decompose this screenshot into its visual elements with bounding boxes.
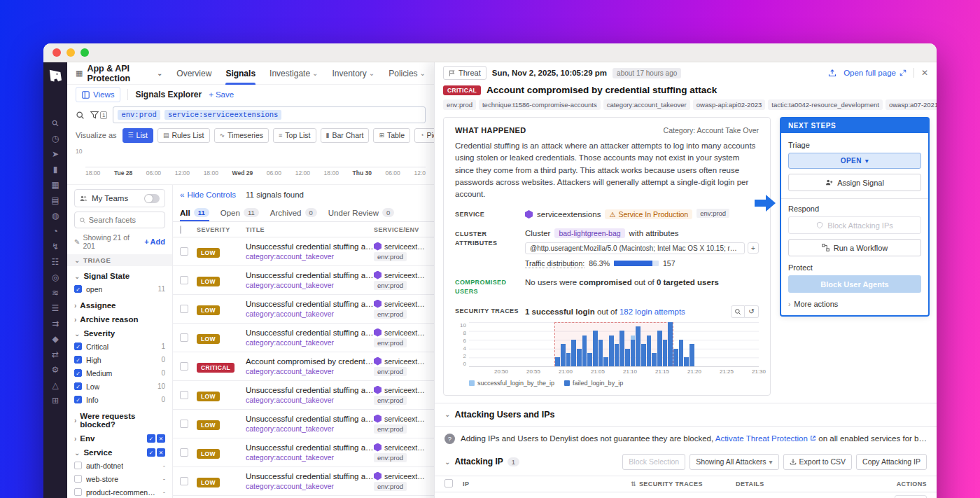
env-tag[interactable]: env:prod [374, 482, 407, 491]
infrastructure-icon[interactable]: ≋ [43, 285, 67, 300]
signal-row[interactable]: LOW Unsuccessful credential stuffing att… [173, 266, 434, 295]
security-icon[interactable]: ◆ [43, 331, 67, 347]
env-tag[interactable]: env:prod [374, 396, 407, 405]
signal-tag[interactable]: owasp-api:api02-2023 [693, 99, 765, 110]
env-tag[interactable]: env:prod [374, 338, 407, 347]
login-attempts-link[interactable]: 182 login attempts [620, 307, 685, 316]
service-name[interactable]: serviceextensions [537, 210, 601, 219]
signals-timeline-chart[interactable]: 10 18:00Tue 2806:0012:0018:00Wed 2906:00… [67, 145, 434, 184]
share-icon[interactable] [828, 69, 836, 77]
select-all-checkbox[interactable] [180, 226, 181, 234]
visualize-option[interactable]: ≡ Top List [273, 128, 316, 143]
facet-value[interactable]: product-recommendation - [74, 485, 165, 498]
block-ip-button[interactable]: Block [895, 495, 927, 498]
facet-checkbox[interactable] [74, 356, 82, 364]
save-view-button[interactable]: + Save [209, 90, 234, 99]
signal-category-tag[interactable]: category:account_takeover [246, 396, 374, 404]
expand-attributes-button[interactable]: + [748, 242, 759, 254]
nav-item[interactable]: Overview ⌄ [176, 62, 211, 85]
facet-checkbox[interactable] [74, 382, 82, 390]
facet-value[interactable]: Info 0 [74, 393, 165, 406]
export-csv-button[interactable]: Export to CSV [783, 454, 853, 470]
signal-category-tag[interactable]: category:account_takeover [246, 252, 374, 261]
settings-icon[interactable]: ⚙ [43, 362, 67, 378]
nav-item[interactable]: Investigate ⌄ [270, 62, 318, 85]
signal-row[interactable]: LOW Unsuccessful credential stuffing att… [173, 295, 434, 324]
row-checkbox[interactable] [180, 305, 188, 313]
signal-row[interactable]: LOW Unsuccessful credential stuffing att… [173, 381, 434, 410]
query-token[interactable]: env:prod [118, 110, 160, 120]
assign-signal-button[interactable]: Assign Signal [788, 174, 921, 191]
security-traces-chart[interactable]: 1086420 20:5020:5521:0021:0521:1021:1521… [455, 322, 759, 387]
signal-category-tag[interactable]: category:account_takeover [246, 367, 374, 375]
signal-category-tag[interactable]: category:account_takeover [246, 453, 374, 462]
facet-signal-state[interactable]: ⌄ Signal State [74, 272, 165, 280]
row-checkbox[interactable] [180, 477, 188, 485]
visualize-option[interactable]: ⊞ Table [373, 128, 410, 143]
attacking-ip-row[interactable]: 165.227.8.8 ⊘ 182 No blocking data. Bloc… [435, 492, 937, 498]
facet-env[interactable]: › Env ✓ ✕ [74, 434, 165, 443]
signal-tag[interactable]: env:prod [443, 99, 476, 110]
close-window-button[interactable] [52, 48, 61, 57]
my-teams-filter[interactable]: My Teams [74, 189, 165, 207]
row-checkbox[interactable] [180, 420, 188, 428]
signal-category-tag[interactable]: category:account_takeover [246, 338, 374, 347]
my-teams-switch[interactable] [144, 194, 160, 203]
events-icon[interactable]: ↯ [43, 239, 67, 254]
failed_login_by_ip[interactable]: failed_login_by_ip [564, 380, 623, 387]
facet-value[interactable]: web-store - [74, 472, 165, 485]
signal-category-tag[interactable]: category:account_takeover [246, 424, 374, 433]
useragent-attribute-chip[interactable]: @http.useragent:Mozilla/5.0 (Macintosh; … [525, 242, 745, 254]
zoom-icon[interactable] [731, 305, 745, 318]
facet-checkbox[interactable] [74, 285, 82, 293]
watchdog-icon[interactable]: ◔ [43, 223, 67, 239]
signal-row[interactable]: LOW Unsuccessful credential stuffing att… [173, 410, 434, 438]
facet-filter-chip[interactable]: ✓ ✕ [147, 434, 165, 443]
facet-checkbox[interactable] [74, 475, 82, 483]
sync-icon[interactable]: ⇄ [43, 347, 67, 362]
run-workflow-button[interactable]: Run a Workflow [788, 239, 921, 256]
triage-status-dropdown[interactable]: OPEN ▾ [788, 153, 921, 169]
row-checkbox[interactable] [180, 247, 188, 256]
row-checkbox[interactable] [180, 362, 188, 371]
attackers-filter-dropdown[interactable]: Showing All Attackers▾ [690, 454, 778, 470]
attacking-section-header[interactable]: ⌄ Attacking Users and IPs [435, 403, 937, 427]
facet-checkbox[interactable] [74, 488, 82, 496]
signal-row[interactable]: LOW Unsuccessful credential stuffing att… [173, 467, 434, 496]
sort-icon[interactable]: ⇅ [631, 480, 636, 487]
dashboards-icon[interactable]: ▦ [43, 177, 67, 193]
hide-controls-button[interactable]: « Hide Controls [180, 191, 236, 199]
apps-icon[interactable]: ⊞ [43, 393, 67, 408]
signal-tab[interactable]: Open 11 [220, 205, 259, 221]
facet-blocked[interactable]: › Were requests blocked? [74, 412, 165, 429]
signal-row[interactable]: CRITICAL Account compromised by credenti… [173, 352, 434, 381]
signal-tag[interactable]: owasp:a07-2021 [886, 99, 937, 110]
globe-icon[interactable]: ◍ [43, 208, 67, 223]
metrics-icon[interactable]: ▮ [43, 162, 67, 177]
teams-icon[interactable]: ☷ [43, 254, 67, 270]
facet-severity[interactable]: ⌄ Severity [74, 329, 165, 338]
more-actions-link[interactable]: › More actions [788, 300, 921, 308]
facet-search-input[interactable] [89, 216, 160, 224]
successful_login_by_the_ip[interactable]: successful_login_by_the_ip [469, 380, 554, 387]
visualize-option[interactable]: ▮ Bar Chart [321, 128, 370, 143]
facet-checkbox[interactable] [74, 396, 82, 403]
query-token[interactable]: service:serviceextensions [164, 110, 282, 120]
signal-category-tag[interactable]: category:account_takeover [246, 482, 374, 490]
row-checkbox[interactable] [180, 333, 188, 342]
filter-icon[interactable]: 1 [90, 111, 107, 119]
select-all-checkbox[interactable] [444, 479, 453, 487]
env-tag[interactable]: env:prod [696, 209, 729, 218]
facet-value[interactable]: Medium 0 [74, 366, 165, 380]
env-tag[interactable]: env:prod [374, 424, 407, 434]
signal-type-chip[interactable]: Threat [443, 66, 486, 80]
env-tag[interactable]: env:prod [374, 367, 407, 376]
block-attacking-ips-button[interactable]: Block Attacking IPs [788, 216, 921, 234]
facet-value[interactable]: auth-dotnet - [74, 459, 165, 472]
product-switcher[interactable]: ▦ App & API Protection ⌄ [76, 64, 162, 83]
views-button[interactable]: Views [76, 87, 120, 102]
ci-icon[interactable]: ⇉ [43, 316, 67, 331]
env-tag[interactable]: env:prod [374, 252, 407, 261]
row-checkbox[interactable] [180, 276, 188, 284]
attacking-ip-group[interactable]: ⌄ Attacking IP 1 [444, 457, 519, 466]
